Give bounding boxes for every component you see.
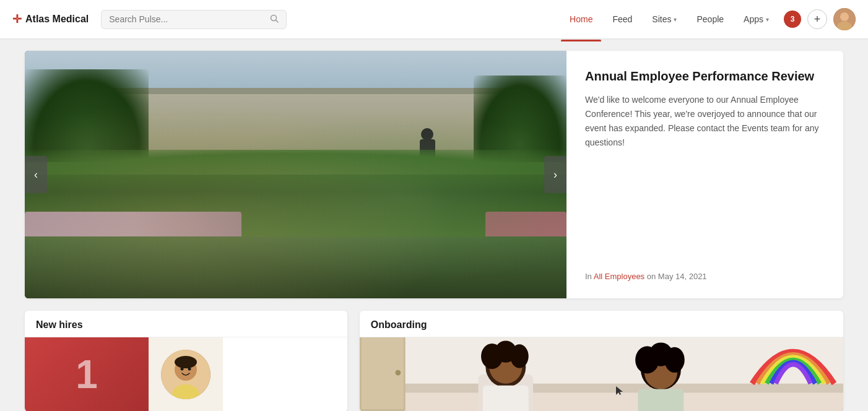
carousel-content: Annual Employee Performance Review We'd … bbox=[566, 51, 843, 298]
avatar[interactable] bbox=[833, 8, 856, 30]
onboarding-card-body bbox=[360, 337, 843, 411]
carousel: ‹ › Annual Employee Performance Review W… bbox=[25, 51, 843, 298]
add-button[interactable]: + bbox=[807, 9, 827, 29]
svg-point-3 bbox=[840, 12, 849, 21]
svg-point-35 bbox=[395, 370, 401, 376]
carousel-prev-button[interactable]: ‹ bbox=[25, 156, 47, 193]
carousel-bg bbox=[25, 51, 566, 298]
nav-item-home[interactable]: Home bbox=[561, 9, 601, 29]
onboarding-card-header: Onboarding bbox=[360, 311, 843, 337]
carousel-body: We'd like to welcome everyone to our Ann… bbox=[585, 93, 825, 259]
apps-chevron-icon: ▾ bbox=[766, 16, 769, 23]
all-employees-link[interactable]: All Employees bbox=[594, 272, 644, 281]
main-content: ‹ › Annual Employee Performance Review W… bbox=[0, 38, 868, 411]
new-hires-number: 1 bbox=[76, 352, 98, 397]
svg-point-5 bbox=[841, 21, 843, 23]
carousel-overlay bbox=[25, 51, 566, 298]
new-hire-avatar bbox=[161, 350, 210, 399]
new-hires-thumbnail: 1 bbox=[25, 337, 149, 411]
new-hires-card-header: New hires bbox=[25, 311, 347, 337]
meta-prefix: In bbox=[585, 272, 592, 281]
svg-rect-25 bbox=[483, 386, 529, 411]
meta-suffix: on May 14, 2021 bbox=[647, 272, 707, 281]
nav-item-apps[interactable]: Apps ▾ bbox=[735, 9, 778, 29]
logo-cross-icon: ✛ bbox=[12, 12, 22, 26]
svg-point-12 bbox=[181, 368, 184, 371]
svg-point-31 bbox=[664, 347, 684, 373]
logo[interactable]: ✛ Atlas Medical bbox=[12, 12, 89, 26]
new-hires-card: New hires 1 bbox=[25, 311, 347, 411]
nav-item-people[interactable]: People bbox=[688, 9, 732, 29]
header: ✛ Atlas Medical Home Feed Sites ▾ People… bbox=[0, 0, 868, 38]
onboarding-thumbnail bbox=[360, 337, 843, 411]
cards-row: New hires 1 bbox=[25, 311, 843, 411]
onboarding-card: Onboarding bbox=[360, 311, 843, 411]
svg-point-13 bbox=[188, 368, 191, 371]
search-bar[interactable] bbox=[101, 10, 287, 29]
notification-badge[interactable]: 3 bbox=[784, 11, 801, 28]
new-hires-card-body: 1 bbox=[25, 337, 347, 411]
svg-point-6 bbox=[846, 21, 848, 23]
nav-item-feed[interactable]: Feed bbox=[604, 9, 641, 29]
sites-chevron-icon: ▾ bbox=[674, 16, 677, 23]
nav-item-sites[interactable]: Sites ▾ bbox=[643, 9, 685, 29]
svg-point-11 bbox=[176, 358, 196, 368]
svg-rect-32 bbox=[638, 389, 684, 411]
carousel-next-button[interactable]: › bbox=[544, 156, 566, 193]
carousel-image: ‹ › bbox=[25, 51, 566, 298]
carousel-title: Annual Employee Performance Review bbox=[585, 68, 825, 84]
carousel-meta: In All Employees on May 14, 2021 bbox=[585, 272, 825, 281]
svg-point-23 bbox=[510, 344, 528, 368]
avatar-image bbox=[833, 8, 856, 30]
svg-line-1 bbox=[276, 20, 279, 22]
search-input[interactable] bbox=[109, 14, 265, 24]
logo-text: Atlas Medical bbox=[25, 14, 89, 25]
cursor-indicator bbox=[616, 386, 623, 396]
main-nav: Home Feed Sites ▾ People Apps ▾ 3 + bbox=[561, 8, 856, 30]
search-icon bbox=[270, 14, 279, 25]
new-hires-avatar-area bbox=[149, 337, 223, 411]
